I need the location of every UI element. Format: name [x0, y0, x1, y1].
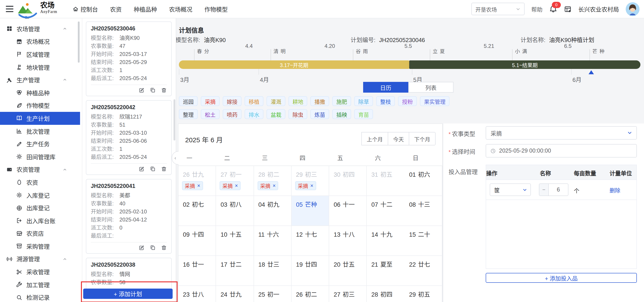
calendar-nav-button[interactable]: 下个月	[409, 132, 436, 146]
sidebar-item[interactable]: 出入库台账	[0, 214, 80, 227]
calendar-cell[interactable]: 31初五	[367, 166, 405, 196]
event-pill[interactable]: 采摘 ×	[220, 181, 240, 190]
sidebar-item[interactable]: 农资	[0, 176, 80, 188]
activity-tag[interactable]: 整理	[179, 109, 198, 119]
sidebar-item[interactable]: 农资店	[0, 227, 80, 240]
activity-tag[interactable]: 除虫	[288, 109, 307, 119]
calendar-cell[interactable]: 26初二	[292, 286, 330, 302]
calendar-cell[interactable]: 06十一	[329, 196, 367, 226]
sidebar-item[interactable]: 加工管理	[0, 278, 80, 291]
calendar-nav-button[interactable]: 上个月	[361, 132, 388, 146]
calendar-cell[interactable]: 27初三	[329, 286, 367, 302]
copy-icon[interactable]	[150, 166, 156, 172]
activity-tag[interactable]: 施肥	[332, 96, 351, 106]
panel-settings-icon[interactable]	[564, 5, 572, 13]
sidebar-item[interactable]: 出库登记	[0, 202, 80, 214]
hamburger-menu-icon[interactable]	[6, 6, 14, 12]
delete-link[interactable]: 删除	[610, 186, 620, 194]
calendar-cell[interactable]: 04初九	[254, 196, 292, 226]
nav-item[interactable]: 控制台	[72, 5, 98, 13]
calendar-cell[interactable]: 03初八	[216, 196, 254, 226]
view-tab[interactable]: 日历	[363, 82, 408, 92]
activity-tag[interactable]: 除草	[354, 96, 373, 106]
close-icon[interactable]: ×	[310, 183, 313, 188]
activity-tag[interactable]: 播撒	[310, 96, 329, 106]
sidebar-item[interactable]: 区域管理	[0, 48, 80, 60]
event-pill[interactable]: 采摘 ×	[182, 181, 203, 190]
datetime-input[interactable]: 2025-05-29 00:00:00	[486, 144, 637, 158]
copy-icon[interactable]	[150, 87, 156, 93]
chevron-up-icon[interactable]	[62, 26, 67, 31]
chevron-up-icon[interactable]	[62, 167, 67, 172]
calendar-cell[interactable]: 29初五	[404, 286, 442, 302]
sidebar-item[interactable]: 采收管理	[0, 266, 80, 278]
sidebar-item[interactable]: 生产管理	[0, 74, 80, 86]
sidebar-item[interactable]: 采购管理	[0, 240, 80, 252]
calendar-cell[interactable]: 27初一 采摘 ×	[216, 166, 254, 196]
activity-tag[interactable]: 育苗	[354, 109, 373, 119]
sidebar-item[interactable]: 地块管理	[0, 61, 80, 74]
sidebar-item[interactable]: 农资管理	[0, 163, 80, 176]
activity-tag[interactable]: 授粉	[398, 96, 417, 106]
nav-item[interactable]: 种植品种	[134, 5, 157, 13]
edit-icon[interactable]	[139, 87, 144, 93]
sidebar-item[interactable]: 农场概况	[0, 35, 80, 48]
calendar-cell[interactable]: 14十九	[367, 226, 405, 256]
calendar-cell[interactable]: 24廿九	[216, 286, 254, 302]
quantity-stepper[interactable]: − 6	[539, 184, 568, 196]
calendar-cell[interactable]: 22廿七	[404, 256, 442, 286]
calendar-cell[interactable]: 02初七	[178, 196, 216, 226]
add-input-button[interactable]: + 添加投入品	[486, 273, 637, 283]
calendar-cell[interactable]: 29初三 采摘 ×	[292, 166, 330, 196]
calendar-cell[interactable]: 26廿九 采摘 ×	[178, 166, 216, 196]
activity-tag[interactable]: 采摘	[201, 96, 220, 106]
calendar-cell[interactable]: 01初六	[404, 166, 442, 196]
event-pill[interactable]: 采摘 ×	[258, 181, 278, 190]
trash-icon[interactable]	[161, 166, 167, 172]
activity-tag[interactable]: 耕地	[288, 96, 307, 106]
close-icon[interactable]: ×	[235, 183, 238, 188]
add-plan-button[interactable]: + 添加计划	[83, 288, 173, 299]
activity-tag[interactable]: 喷药	[223, 109, 242, 119]
help-link[interactable]: 帮助	[531, 5, 542, 13]
notification-bell-icon[interactable]: 0	[549, 5, 557, 13]
avatar[interactable]	[626, 2, 640, 16]
activity-tag[interactable]: 插秧	[332, 109, 351, 119]
calendar-cell[interactable]: 11十六	[254, 226, 292, 256]
sidebar-item[interactable]: 检测记录	[0, 291, 80, 302]
calendar-cell[interactable]: 08十三	[404, 196, 442, 226]
activity-tag[interactable]: 嫁接	[223, 96, 242, 106]
edit-icon[interactable]	[139, 245, 144, 250]
activity-tag[interactable]: 炼苗	[310, 109, 329, 119]
nav-item[interactable]: 作物模型	[204, 5, 228, 13]
trash-icon[interactable]	[161, 87, 167, 93]
sidebar-item[interactable]: 生产任务	[0, 138, 80, 150]
calendar-cell[interactable]: 19廿四	[292, 256, 330, 286]
edit-icon[interactable]	[139, 166, 144, 172]
activity-tag[interactable]: 灌溉	[266, 96, 285, 106]
activity-tag[interactable]: 移植	[245, 96, 264, 106]
plan-list-scrollbar[interactable]	[174, 99, 175, 140]
view-tab[interactable]: 列表	[408, 82, 454, 92]
plan-card[interactable]: JH202505220041 模型名称: 美都 农事数量: 40	[86, 179, 172, 254]
sidebar-item[interactable]: 作物模型	[0, 99, 80, 112]
plan-card[interactable]: JH202505220042 模型名称: 欣瑞1217 农事数量: 51	[86, 100, 172, 175]
calendar-cell[interactable]: 30初四	[329, 166, 367, 196]
activity-tag[interactable]: 排水	[245, 109, 264, 119]
calendar-cell[interactable]: 16廿一	[178, 256, 216, 286]
sidebar-item[interactable]: 种植品种	[0, 86, 80, 99]
calendar-cell[interactable]: 15二十	[404, 226, 442, 256]
nav-item[interactable]: 农资	[110, 5, 122, 13]
calendar-nav-button[interactable]: 今天	[388, 132, 409, 146]
activity-tag[interactable]: 果实管理	[420, 96, 450, 106]
close-icon[interactable]: ×	[197, 183, 200, 188]
calendar-cell[interactable]: 09十四	[178, 226, 216, 256]
activity-type-select[interactable]: 采摘	[486, 126, 637, 140]
farm-select-dropdown[interactable]: 开垦农场	[471, 3, 524, 15]
calendar-cell[interactable]: 17廿二	[216, 256, 254, 286]
calendar-cell[interactable]: 20廿五	[329, 256, 367, 286]
close-icon[interactable]: ×	[272, 183, 276, 188]
calendar-cell[interactable]: 28初二 采摘 ×	[254, 166, 292, 196]
calendar-cell[interactable]: 13十八	[329, 226, 367, 256]
sidebar-item[interactable]: 入库登记	[0, 188, 80, 201]
